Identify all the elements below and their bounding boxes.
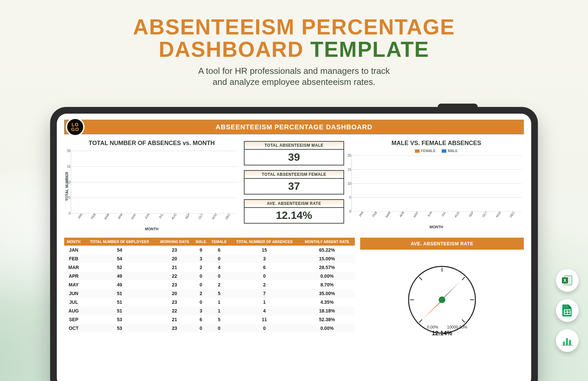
app-icons: X (556, 269, 579, 352)
table-row: MAR522124628.57% (64, 263, 355, 272)
kpi-male-value: 39 (245, 150, 343, 165)
chart2-xlabel: MONTH (430, 225, 443, 229)
svg-rect-17 (563, 342, 565, 345)
gauge-value: 12.14% (432, 330, 452, 337)
subhead-line-2: and analyze employee absenteeism rates. (212, 77, 375, 87)
google-sheets-icon[interactable] (556, 299, 579, 322)
page-headline: ABSENTEEISM PERCENTAGE DASHBOARD TEMPLAT… (0, 16, 588, 61)
chart1-xlabel: MONTH (145, 227, 158, 231)
table-gauge-row: MONTHTOTAL NUMBER OF EMPLOYEESWORKING DA… (64, 238, 524, 337)
table-row: AUG512231418.18% (64, 306, 355, 315)
apple-numbers-icon[interactable] (556, 329, 579, 352)
table-row: JUL51230114.35% (64, 298, 355, 306)
charts-row: TOTAL NUMBER OF ABSENCES vs. MONTH TOTAL… (64, 140, 524, 231)
chart2-legend: FEMALE MALE (415, 149, 458, 153)
headline-part-3: TEMPLATE (310, 37, 429, 61)
kpi-male: TOTAL ABSENTEEISM MALE 39 (244, 141, 344, 165)
svg-rect-18 (566, 338, 568, 345)
table-row: MAY49230228.70% (64, 280, 355, 289)
table-row: FEB542030315.00% (64, 254, 355, 263)
table-header: TOTAL NUMBER OF ABSENCES (230, 238, 299, 246)
gauge-title: AVE. ABSENTEEISM RATE (360, 238, 524, 250)
legend-female: FEMALE (415, 149, 436, 153)
tablet-screen: LO GO ABSEENTEEISM PERCENTAGE DASHBOARD … (57, 114, 531, 381)
dashboard-banner: LO GO ABSEENTEEISM PERCENTAGE DASHBOARD (64, 120, 524, 134)
kpi-female-value: 37 (245, 179, 343, 194)
dashboard-title: ABSEENTEEISM PERCENTAGE DASHBOARD (215, 123, 372, 131)
headline-part-1: ABSENTEEISM PERCENTAGE (133, 15, 455, 39)
table-header: MONTHLY ABSENT RATE (299, 238, 355, 246)
table-header: FEMALE (208, 238, 230, 246)
chart2-canvas: 05101520 JANFEBMARAPRMAYJUNJULAUGSEPOCTN… (349, 153, 524, 223)
tablet-frame: LO GO ABSEENTEEISM PERCENTAGE DASHBOARD … (50, 107, 538, 381)
logo-badge: LO GO (66, 118, 85, 136)
chart1-canvas: TOTAL NUMBER 05101520 JANFEBMARAPRMAYJUN… (64, 148, 239, 225)
chart-male-vs-female: MALE VS. FEMALE ABSENCES FEMALE MALE 051… (349, 140, 524, 231)
table-header: WORKING DAYS (156, 238, 193, 246)
svg-text:X: X (563, 278, 567, 283)
tablet-power-button (438, 104, 478, 108)
kpi-male-label: TOTAL ABSENTEEISM MALE (245, 142, 343, 150)
table-header: MONTH (64, 238, 83, 246)
table-row: APR49220000.00% (64, 272, 355, 280)
table-row: JAN5423961565.22% (64, 246, 355, 254)
table-row: OCT53230000.00% (64, 324, 355, 333)
gauge-chart: 0.00% 10000.00% 12.14% (382, 250, 502, 337)
kpi-female: TOTAL ABSENTEEISM FEMALE 37 (244, 170, 344, 195)
gauge-panel: AVE. ABSENTEEISM RATE (360, 238, 524, 337)
subhead-line-1: A tool for HR professionals and managers… (198, 66, 390, 76)
page-subheadline: A tool for HR professionals and managers… (0, 66, 588, 87)
data-table: MONTHTOTAL NUMBER OF EMPLOYEESWORKING DA… (64, 238, 355, 333)
kpi-rate-value: 12.14% (245, 208, 343, 223)
kpi-female-label: TOTAL ABSENTEEISM FEMALE (245, 171, 343, 179)
chart-absences-vs-month: TOTAL NUMBER OF ABSENCES vs. MONTH TOTAL… (64, 140, 239, 231)
gauge-max: 10000.00% (447, 325, 467, 330)
legend-male: MALE (442, 149, 458, 153)
svg-point-10 (439, 296, 445, 303)
table-row: JUN512025735.00% (64, 289, 355, 298)
chart1-title: TOTAL NUMBER OF ABSENCES vs. MONTH (89, 140, 214, 147)
svg-rect-19 (569, 340, 571, 345)
headline-part-2: DASHBOARD (159, 37, 304, 61)
excel-icon[interactable]: X (556, 269, 579, 292)
gauge-min: 0.00% (427, 325, 438, 330)
kpi-column: TOTAL ABSENTEEISM MALE 39 TOTAL ABSENTEE… (244, 140, 344, 231)
kpi-rate: AVE. ABSENTEEISM RATE 12.14% (244, 199, 344, 224)
chart2-title: MALE VS. FEMALE ABSENCES (392, 140, 481, 147)
table-header: MALE (193, 238, 208, 246)
table-header: TOTAL NUMBER OF EMPLOYEES (83, 238, 156, 246)
kpi-rate-label: AVE. ABSENTEEISM RATE (245, 200, 343, 208)
table-row: SEP5321651152.38% (64, 315, 355, 324)
